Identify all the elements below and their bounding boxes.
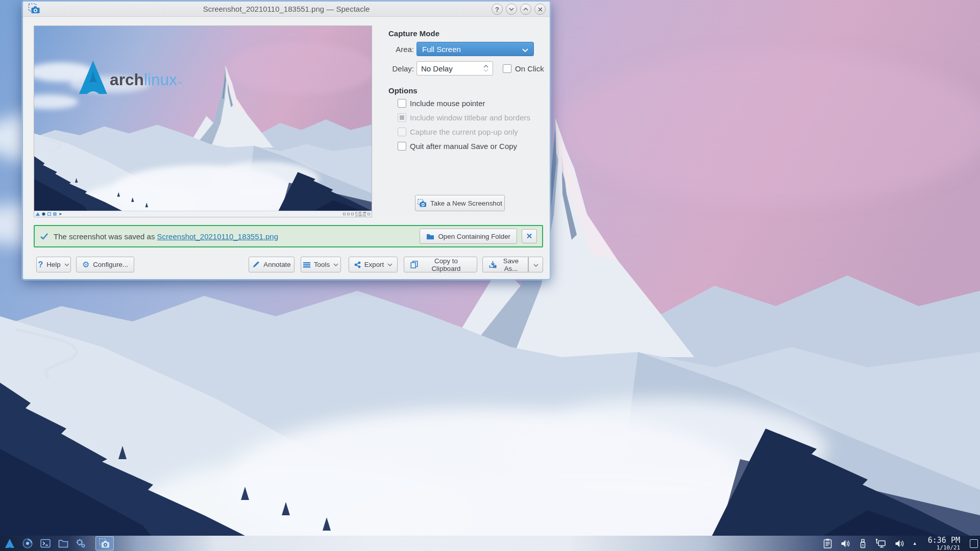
mini-folder-icon xyxy=(53,212,57,216)
mini-tray-icon xyxy=(347,213,350,215)
terminal-icon[interactable] xyxy=(40,538,51,549)
saved-file-link[interactable]: Screenshot_20210110_183551.png xyxy=(157,232,278,241)
titlebar[interactable]: Screenshot_20210110_183551.png — Spectac… xyxy=(23,2,550,17)
tray-expander-icon[interactable]: ▲ xyxy=(913,541,917,546)
save-icon: 1 xyxy=(489,261,497,268)
close-icon: ✕ xyxy=(526,232,533,241)
copy-label: Copy to Clipboard xyxy=(422,257,471,272)
help-icon: ? xyxy=(38,260,43,269)
gear-icon: ⚙ xyxy=(82,261,89,269)
network-icon[interactable] xyxy=(875,538,887,548)
screenshot-preview[interactable]: ➤ 6:35 PM 1/10/21 xyxy=(34,26,372,217)
mini-browser-icon xyxy=(42,212,45,216)
option-capture-popup: Capture the current pop-up only xyxy=(398,126,518,137)
mini-tray-icon xyxy=(351,213,354,215)
preview-mini-launchers: ➤ xyxy=(36,212,62,216)
save-as-button[interactable]: 1 Save As... xyxy=(482,257,528,272)
help-button[interactable]: ? Help xyxy=(36,257,71,272)
chevron-up-icon xyxy=(523,8,528,11)
on-click-label: On Click xyxy=(515,64,544,73)
checkbox xyxy=(398,128,406,136)
save-as-label: Save As... xyxy=(500,257,522,272)
checkbox xyxy=(398,113,406,122)
clipboard-icon[interactable] xyxy=(823,538,832,549)
check-icon xyxy=(40,233,48,240)
svg-text:1: 1 xyxy=(494,265,496,268)
configure-button[interactable]: ⚙ Configure... xyxy=(76,257,134,272)
mini-clock: 6:35 PM 1/10/21 xyxy=(355,212,366,217)
window-maximize-button[interactable] xyxy=(520,4,531,15)
take-new-screenshot-label: Take a New Screenshot xyxy=(430,199,502,207)
export-label: Export xyxy=(364,261,384,268)
saved-message-text: The screenshot was saved as xyxy=(54,232,155,241)
on-click-option[interactable]: On Click xyxy=(503,63,544,74)
taskbar: ▲ 6:36 PM 1/10/21 xyxy=(0,536,980,551)
checkbox[interactable] xyxy=(398,99,406,108)
app-launcher-arch-icon[interactable] xyxy=(4,538,15,549)
delay-label: Delay: xyxy=(383,64,414,73)
system-tray: ▲ 6:36 PM 1/10/21 xyxy=(823,537,980,550)
clock-time: 6:36 PM xyxy=(928,537,960,544)
copy-to-clipboard-button[interactable]: Copy to Clipboard xyxy=(404,257,477,272)
file-manager-folder-icon[interactable] xyxy=(58,538,69,549)
on-click-checkbox[interactable] xyxy=(503,64,511,73)
mini-terminal-icon xyxy=(47,212,51,216)
list-icon xyxy=(303,262,310,268)
tools-button[interactable]: Tools xyxy=(301,257,341,272)
spin-down-icon[interactable] xyxy=(483,69,488,72)
window-title: Screenshot_20210110_183551.png — Spectac… xyxy=(23,5,550,13)
configure-label: Configure... xyxy=(93,261,128,268)
audio-volume-icon[interactable] xyxy=(840,539,851,548)
media-volume-icon[interactable] xyxy=(894,539,905,548)
option-label: Quit after manual Save or Copy xyxy=(410,142,517,151)
show-desktop-button[interactable] xyxy=(970,539,978,548)
option-quit-after-save[interactable]: Quit after manual Save or Copy xyxy=(398,140,517,152)
area-label: Area: xyxy=(388,45,414,54)
mini-arch-icon xyxy=(36,212,40,216)
saved-notification: The screenshot was saved as Screenshot_2… xyxy=(34,225,543,247)
take-new-screenshot-button[interactable]: Take a New Screenshot xyxy=(415,195,505,211)
window-minimize-button[interactable] xyxy=(506,4,517,15)
mini-show-desktop xyxy=(368,213,370,215)
usb-device-icon[interactable] xyxy=(859,538,867,549)
pencil-icon xyxy=(252,261,260,268)
preview-mini-tray: 6:35 PM 1/10/21 xyxy=(343,212,370,217)
chevron-down-icon xyxy=(64,263,69,266)
window-help-button[interactable]: ? xyxy=(492,4,503,15)
mini-tray-icon xyxy=(343,213,346,215)
spectacle-window: Screenshot_20210110_183551.png — Spectac… xyxy=(22,1,550,280)
preview-wallpaper xyxy=(34,26,372,211)
save-as-menu-button[interactable] xyxy=(528,257,543,272)
notification-close-button[interactable]: ✕ xyxy=(522,229,537,243)
option-label: Include mouse pointer xyxy=(410,99,485,108)
checkbox[interactable] xyxy=(398,142,406,151)
chevron-down-icon xyxy=(522,45,528,54)
mini-clock-date: 1/10/21 xyxy=(355,214,366,217)
area-value: Full Screen xyxy=(422,45,461,54)
spin-up-icon[interactable] xyxy=(483,65,488,68)
open-folder-label: Open Containing Folder xyxy=(438,233,510,240)
taskbar-spectacle-active[interactable] xyxy=(95,536,114,550)
area-dropdown[interactable]: Full Screen xyxy=(416,42,534,56)
option-include-mouse-pointer[interactable]: Include mouse pointer xyxy=(398,97,485,109)
folder-icon xyxy=(426,233,434,240)
spinbox-arrows[interactable] xyxy=(483,65,488,72)
chevron-down-icon xyxy=(387,263,393,266)
mini-cursor-icon: ➤ xyxy=(59,212,62,216)
open-containing-folder-button[interactable]: Open Containing Folder xyxy=(420,229,517,244)
export-button[interactable]: Export xyxy=(349,257,398,272)
settings-gears-icon[interactable] xyxy=(76,538,86,548)
taskbar-clock[interactable]: 6:36 PM 1/10/21 xyxy=(928,537,960,550)
chevron-down-icon xyxy=(509,8,514,11)
preview-scene xyxy=(34,26,372,211)
annotate-button[interactable]: Annotate xyxy=(249,257,295,272)
taskbar-launchers xyxy=(0,536,114,550)
annotate-label: Annotate xyxy=(263,261,290,268)
preview-mini-taskbar: ➤ 6:35 PM 1/10/21 xyxy=(34,211,372,217)
saved-message: The screenshot was saved as Screenshot_2… xyxy=(54,232,278,241)
browser-icon[interactable] xyxy=(22,538,33,549)
window-close-button[interactable] xyxy=(534,4,546,15)
delay-spinbox[interactable]: No Delay xyxy=(416,61,493,76)
help-label: Help xyxy=(46,261,60,268)
help-icon: ? xyxy=(495,6,499,13)
